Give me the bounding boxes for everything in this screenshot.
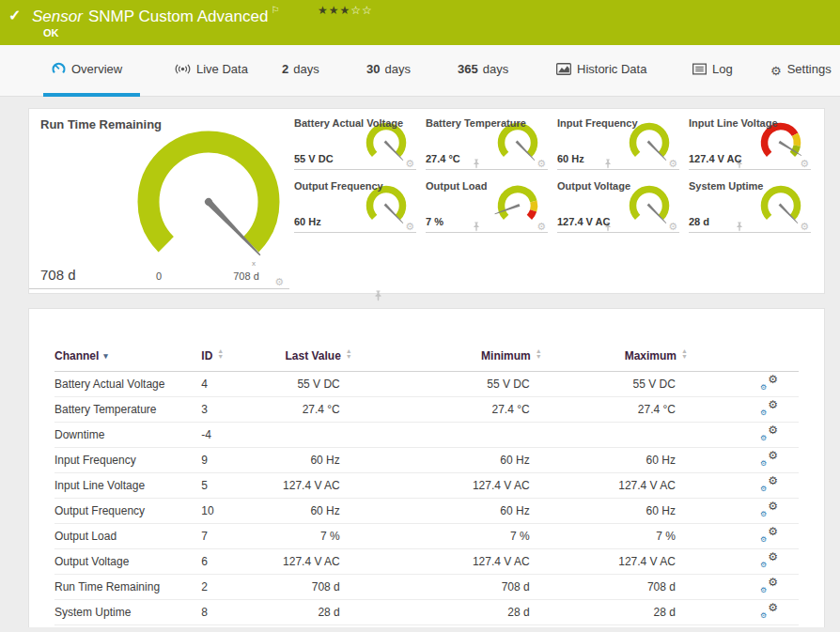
priority-rating[interactable]: ★★★☆☆	[318, 4, 373, 17]
pin-icon[interactable]	[736, 222, 743, 232]
channel-settings-gears-icon[interactable]: ⚙⚙	[760, 452, 778, 466]
cell-id: 8	[201, 600, 260, 625]
cell-maximum: 60 Hz	[542, 499, 688, 524]
col-header-maximum[interactable]: Maximum▲▼	[542, 348, 688, 372]
pin-icon[interactable]	[604, 159, 612, 169]
star-empty-icon[interactable]: ☆	[350, 4, 362, 17]
channel-settings-gears-icon[interactable]: ⚙⚙	[760, 376, 778, 390]
cell-channel[interactable]: System Uptime	[54, 600, 201, 625]
gauge-title: Output Voltage	[557, 180, 630, 192]
channel-settings-gears-icon[interactable]: ⚙⚙	[760, 426, 778, 440]
gauge-scale-min: 0	[144, 270, 174, 282]
channel-settings-gears-icon[interactable]: ⚙⚙	[760, 502, 778, 516]
cell-channel[interactable]: Output Load	[54, 524, 201, 549]
gauge-title: Battery Temperature	[426, 117, 526, 129]
cell-maximum: 127.4 V AC	[542, 473, 688, 499]
cell-channel[interactable]: Input Line Voltage	[54, 473, 201, 499]
cell-channel[interactable]: Battery Temperature	[54, 397, 201, 423]
star-filled-icon[interactable]: ★	[318, 4, 329, 17]
sort-arrows-icon: ▲▼	[681, 348, 688, 360]
gauge-value: 55 V DC	[294, 153, 334, 164]
sensor-type-label: Sensor	[32, 8, 83, 25]
channel-settings-gears-icon[interactable]: ⚙⚙	[760, 528, 778, 542]
tab-historic-data[interactable]: Historic Data	[556, 62, 646, 78]
gauge-value: 28 d	[689, 216, 709, 227]
channel-table-panel: Channel▾ ID▲▼ Last Value▲▼ Minimum▲▼ Max…	[28, 308, 825, 627]
status-badge: OK	[43, 27, 59, 39]
cell-id: 7	[201, 524, 260, 549]
channel-settings-gears-icon[interactable]: ⚙⚙	[760, 578, 778, 593]
tab-label: days	[483, 62, 508, 76]
tab-label: Live Data	[196, 62, 248, 76]
gauge-value: 127.4 V AC	[557, 216, 610, 227]
cell-id: -4	[201, 423, 260, 448]
pin-icon[interactable]	[374, 290, 382, 301]
gear-icon[interactable]: ⚙	[274, 277, 284, 286]
star-filled-icon[interactable]: ★	[340, 4, 351, 17]
cell-channel[interactable]: Output Frequency	[54, 499, 201, 524]
star-empty-icon[interactable]: ☆	[362, 4, 373, 17]
channel-settings-gears-icon[interactable]: ⚙⚙	[760, 553, 778, 567]
flag-icon[interactable]: ⚐	[271, 5, 279, 15]
pin-icon[interactable]	[473, 222, 480, 232]
tab-365-days[interactable]: 365days	[458, 62, 508, 76]
cell-channel[interactable]: Downtime	[54, 423, 201, 448]
channel-settings-gears-icon[interactable]: ⚙⚙	[760, 604, 778, 618]
tab-number: 2	[282, 62, 288, 76]
col-header-minimum[interactable]: Minimum▲▼	[352, 348, 542, 372]
gauge-output-frequency[interactable]: Output Frequency 60 Hz ⚙	[294, 179, 416, 233]
table-row: Output Voltage6127.4 V AC127.4 V AC127.4…	[54, 549, 799, 575]
tab-overview[interactable]: Overview	[52, 62, 122, 78]
col-header-channel[interactable]: Channel▾	[54, 348, 201, 372]
cell-last-value: 127.4 V AC	[260, 549, 351, 575]
cell-minimum: 7 %	[352, 524, 542, 549]
pin-icon[interactable]	[473, 159, 480, 169]
cell-id: 10	[201, 499, 260, 524]
gauge-marker: x	[252, 259, 256, 268]
gear-icon: ⚙	[770, 64, 782, 78]
gauge-system-uptime[interactable]: System Uptime 28 d ⚙	[689, 179, 811, 233]
cell-minimum: 55 V DC	[352, 372, 542, 397]
cell-channel[interactable]: Battery Actual Voltage	[54, 372, 201, 397]
tab-settings[interactable]: ⚙Settings	[770, 62, 832, 78]
tab-number: 365	[458, 62, 478, 76]
page-title: SNMP Custom Advanced	[88, 8, 269, 25]
gauge-value: 60 Hz	[557, 153, 584, 164]
tab-2-days[interactable]: 2days	[282, 62, 319, 76]
channel-settings-gears-icon[interactable]: ⚙⚙	[760, 401, 778, 415]
cell-channel[interactable]: Run Time Remaining	[54, 575, 201, 600]
cell-channel[interactable]: Output Voltage	[54, 549, 201, 575]
gauge-value: 27.4 °C	[426, 153, 460, 164]
cell-id: 3	[201, 397, 260, 423]
gauge-input-line-voltage[interactable]: Input Line Voltage 127.4 V AC ⚙	[689, 116, 811, 170]
cell-last-value: 27.4 °C	[260, 397, 351, 423]
table-row: Output Frequency1060 Hz60 Hz60 Hz⚙⚙	[54, 499, 799, 524]
broadcast-icon	[175, 63, 191, 78]
cell-maximum: 60 Hz	[542, 448, 688, 473]
tab-label: Overview	[71, 62, 122, 76]
gauge-input-frequency[interactable]: Input Frequency 60 Hz ⚙	[557, 116, 679, 170]
gauge-title: Input Line Voltage	[689, 117, 778, 129]
mini-gauge-dial	[756, 179, 805, 232]
gauge-battery-temperature[interactable]: Battery Temperature 27.4 °C ⚙	[426, 116, 548, 170]
col-header-id[interactable]: ID▲▼	[201, 348, 260, 372]
channel-settings-gears-icon[interactable]: ⚙⚙	[760, 477, 778, 491]
tab-log[interactable]: Log	[692, 62, 733, 78]
tab-30-days[interactable]: 30days	[366, 62, 411, 76]
cell-channel[interactable]: Input Frequency	[54, 448, 201, 473]
gauge-output-voltage[interactable]: Output Voltage 127.4 V AC ⚙	[557, 179, 679, 233]
gauge-value: 7 %	[426, 216, 443, 227]
gauge-battery-actual-voltage[interactable]: Battery Actual Voltage 55 V DC ⚙	[294, 116, 416, 170]
tab-bar: Overview Live Data 2days 30days 365days …	[0, 45, 840, 97]
col-header-last-value[interactable]: Last Value▲▼	[260, 348, 351, 372]
cell-minimum: 28 d	[352, 600, 542, 625]
gauge-run-time-remaining[interactable]: Run Time Remaining x 0 708 d 708 d ⚙	[29, 109, 289, 289]
check-icon: ✓	[8, 7, 21, 24]
star-filled-icon[interactable]: ★	[329, 4, 340, 17]
tab-live-data[interactable]: Live Data	[175, 62, 248, 78]
gauge-icon	[52, 62, 66, 78]
gauge-output-load[interactable]: Output Load 7 % ⚙	[426, 179, 548, 233]
tab-label: days	[293, 62, 319, 76]
overview-gauges-panel: Run Time Remaining x 0 708 d 708 d ⚙ Bat…	[28, 108, 825, 294]
tab-label: Settings	[787, 62, 832, 76]
